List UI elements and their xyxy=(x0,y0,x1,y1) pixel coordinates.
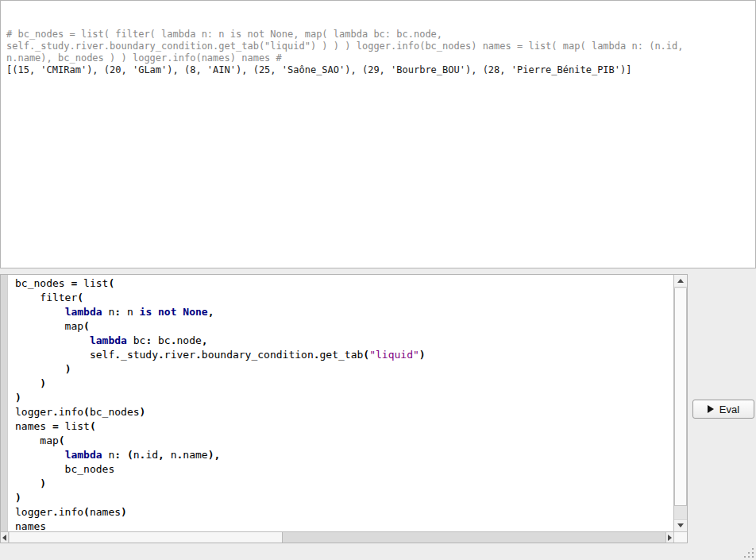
code-line[interactable]: lambda n: (n.id, n.name), xyxy=(15,448,673,462)
code-line[interactable]: ) xyxy=(15,477,673,491)
horizontal-scrollbar[interactable] xyxy=(1,531,673,543)
code-line[interactable]: logger.info(names) xyxy=(15,505,673,519)
scroll-right-button[interactable] xyxy=(665,532,673,543)
arrow-right-icon xyxy=(668,535,672,541)
arrow-down-icon xyxy=(677,523,684,527)
arrow-left-icon xyxy=(2,535,6,541)
console-history: # bc_nodes = list( filter( lambda n: n i… xyxy=(0,0,756,268)
code-line[interactable]: ) xyxy=(15,362,673,377)
code-line[interactable]: ) xyxy=(15,377,673,391)
vertical-scrollbar[interactable] xyxy=(673,275,687,531)
log-line: n.name), bc_nodes ) ) logger.info(names)… xyxy=(6,52,750,64)
code-line[interactable]: bc_nodes = list( xyxy=(15,276,673,291)
arrow-up-icon xyxy=(677,279,684,283)
code-line[interactable]: ) xyxy=(15,391,673,405)
code-line[interactable]: names xyxy=(15,519,673,531)
code-editor[interactable]: bc_nodes = list( filter( lambda n: n is … xyxy=(0,274,688,543)
play-icon xyxy=(708,405,714,413)
code-line[interactable]: logger.info(bc_nodes) xyxy=(15,405,673,419)
code-line[interactable]: filter( xyxy=(15,291,673,305)
code-line[interactable]: names = list( xyxy=(15,419,673,434)
vertical-scrollbar-track[interactable] xyxy=(674,288,687,518)
code-line[interactable]: map( xyxy=(15,434,673,448)
editor-margin xyxy=(1,275,8,531)
code-lines[interactable]: bc_nodes = list( filter( lambda n: n is … xyxy=(9,275,673,531)
code-line[interactable]: map( xyxy=(15,319,673,334)
code-line[interactable]: self._study.river.boundary_condition.get… xyxy=(15,348,673,362)
resize-grip-icon[interactable] xyxy=(742,546,754,558)
log-line: [(15, 'CMIRam'), (20, 'GLam'), (8, 'AIN'… xyxy=(6,64,750,76)
vertical-scrollbar-thumb[interactable] xyxy=(674,288,687,506)
eval-button-label: Eval xyxy=(719,404,739,415)
python-console-window: # bc_nodes = list( filter( lambda n: n i… xyxy=(0,0,756,560)
code-line[interactable]: bc_nodes xyxy=(15,462,673,477)
log-lines: # bc_nodes = list( filter( lambda n: n i… xyxy=(6,29,750,76)
code-line[interactable]: lambda bc: bc.node, xyxy=(15,334,673,348)
scroll-left-button[interactable] xyxy=(1,532,9,543)
log-line: # bc_nodes = list( filter( lambda n: n i… xyxy=(6,29,750,41)
code-line[interactable]: ) xyxy=(15,491,673,505)
scroll-up-button[interactable] xyxy=(674,275,687,288)
horizontal-scrollbar-thumb[interactable] xyxy=(10,532,283,543)
eval-button[interactable]: Eval xyxy=(692,400,754,419)
log-line: self._study.river.boundary_condition.get… xyxy=(6,41,750,52)
scrollbar-corner xyxy=(673,531,687,543)
code-line[interactable]: lambda n: n is not None, xyxy=(15,305,673,319)
scroll-down-button[interactable] xyxy=(674,519,687,531)
